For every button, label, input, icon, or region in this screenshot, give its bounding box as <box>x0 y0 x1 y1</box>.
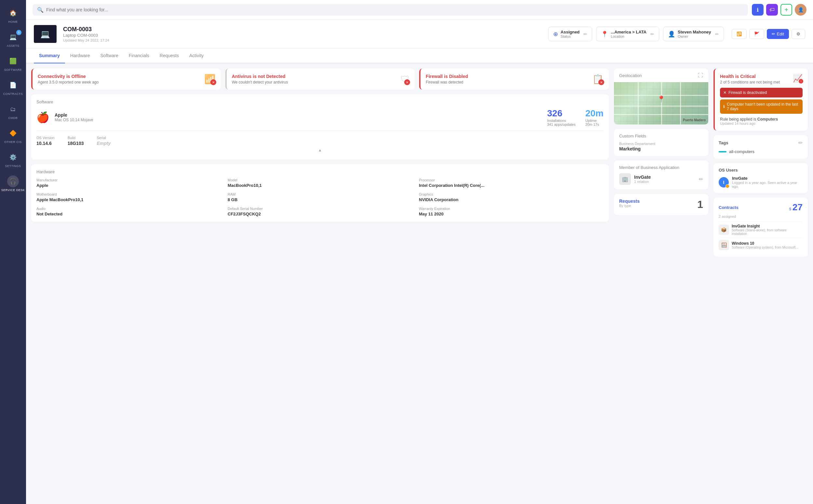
search-input[interactable] <box>46 7 743 12</box>
user-initial: 👤 <box>798 7 804 12</box>
tags-title: Tags <box>719 140 728 145</box>
hw-warranty: Warranty Expiration May 11 2020 <box>419 207 603 216</box>
tags-card: Tags ✏ all-computers <box>714 135 808 159</box>
custom-fields-title: Custom Fields <box>619 134 703 138</box>
software-title: Software <box>36 99 603 104</box>
os-users-card: OS Users I InvGate Logged in a year ago.… <box>714 163 808 193</box>
hw-serial-number-val: CF2J3FSQCKQ2 <box>228 212 412 216</box>
alert-connectivity: Connectivity is Offline Agent 3.5.0 repo… <box>31 69 221 90</box>
sidebar-item-software[interactable]: 🟩 SOFTWARE <box>0 51 26 75</box>
location-badge[interactable]: 📍 ...America > LATA Location ✏ <box>596 27 659 41</box>
tags-edit-icon[interactable]: ✏ <box>798 140 803 146</box>
tab-software[interactable]: Software <box>95 48 123 63</box>
notifications-button[interactable]: ℹ <box>752 4 764 16</box>
status-icon: ⊕ <box>553 31 558 38</box>
geolocation-card: Geolocation ⛶ 📍 Puerto Madero <box>614 69 708 124</box>
expand-icon[interactable]: ⛶ <box>698 72 703 78</box>
software-collapse-btn[interactable]: ▲ <box>36 146 603 154</box>
contracts-currency: $ <box>789 207 791 211</box>
health-alert-firewall-icon: ✕ <box>723 90 727 95</box>
hw-graphics: Graphics NVIDIA Corporation <box>419 192 603 202</box>
requests-header: Requests By type 1 <box>619 199 703 211</box>
contract-name-0: InvGate Insight <box>732 224 803 228</box>
software-card: Software 🍎 Apple Mac OS 10.14 Mojave 326… <box>31 94 609 160</box>
health-alert-update-icon: ℹ <box>723 104 725 109</box>
user-detail: Logged in a year ago. Seen active a year… <box>732 181 803 188</box>
alert-firewall-text: Firewall is Disabled Firewall was detect… <box>426 74 468 84</box>
assets-badge: 5 <box>16 30 21 35</box>
biz-app-info: InvGate 1 relation <box>634 174 651 184</box>
hw-ram-val: 8 GB <box>228 197 412 202</box>
installations-label: Installations <box>547 119 575 123</box>
sidebar-item-other-cis[interactable]: 🔶 OTHER CIs <box>0 123 26 148</box>
geo-title: Geolocation <box>619 73 642 78</box>
uptime-stat: 20m Uptime 20m 17s <box>585 108 603 126</box>
hardware-card: Hardware Manufacturer Apple Model MacBoo… <box>31 164 609 222</box>
tab-financials[interactable]: Financials <box>123 48 154 63</box>
health-icon-wrap: 📈 ! <box>793 74 803 83</box>
status-sub: Status <box>561 34 580 38</box>
contract-info-0: InvGate Insight Software (Stand-alone), … <box>732 224 803 236</box>
status-text: Assigned Status <box>561 30 580 38</box>
settings-button[interactable]: ⚙ <box>792 29 805 39</box>
alert-connectivity-title: Connectivity is Offline <box>38 74 98 79</box>
sidebar-item-settings[interactable]: ⚙️ SETTINGS <box>0 148 26 172</box>
biz-app-edit-icon[interactable]: ✏ <box>699 176 703 182</box>
sidebar-item-cmdb[interactable]: 🗂 CMDB <box>0 99 26 123</box>
contracts-num: 27 <box>793 202 803 213</box>
tags-header: Tags ✏ <box>719 140 803 146</box>
edit-icon: ✏ <box>772 32 775 36</box>
user-avatar[interactable]: 👤 <box>795 4 807 16</box>
owner-edit-icon[interactable]: ✏ <box>715 32 719 37</box>
owner-badge[interactable]: 👤 Steven Mahoney Owner ✏ <box>663 27 724 41</box>
plus-icon: + <box>784 6 788 14</box>
edit-button[interactable]: ✏ Edit <box>767 29 789 39</box>
contract-detail-0: Software (Stand-alone), from software in… <box>732 228 803 236</box>
add-button[interactable]: + <box>781 4 792 16</box>
search-icon: 🔍 <box>37 7 44 13</box>
location-edit-icon[interactable]: ✏ <box>651 32 654 37</box>
user-clock-icon <box>726 184 729 188</box>
owner-sub: Owner <box>678 34 711 38</box>
sidebar-label-service-desk: SERVICE DESK <box>1 188 25 192</box>
right-column: Health is Critical 2 of 5 conditions are… <box>714 69 808 499</box>
hw-model-val: MacBookPro10,1 <box>228 183 412 188</box>
tag-item: all-computers <box>719 149 803 154</box>
tags-button[interactable]: 🏷 <box>766 4 778 16</box>
custom-fields-card: Custom Fields Business Departament Marke… <box>614 129 708 156</box>
status-badge[interactable]: ⊕ Assigned Status ✏ <box>548 27 592 41</box>
requests-info: Requests By type <box>619 199 640 208</box>
hw-model: Model MacBookPro10,1 <box>228 178 412 188</box>
sidebar: 🏠 HOME 💻 5 ASSETS 🟩 SOFTWARE 📄 CONTRACTS… <box>0 0 26 504</box>
asset-id: COM-0003 <box>63 26 109 33</box>
status-edit-icon[interactable]: ✏ <box>583 32 587 37</box>
sidebar-item-contracts[interactable]: 📄 CONTRACTS <box>0 75 26 99</box>
flag-button[interactable]: 🚩 <box>749 29 764 39</box>
tab-summary[interactable]: Summary <box>34 48 65 63</box>
header-actions: 🔁 🚩 ✏ Edit ⚙ <box>732 29 805 39</box>
health-rule-name: Computers <box>757 117 778 122</box>
cmdb-icon: 🗂 <box>7 103 19 115</box>
tabs-bar: Summary Hardware Software Financials Req… <box>26 48 813 63</box>
hardware-grid: Manufacturer Apple Model MacBookPro10,1 … <box>36 178 603 216</box>
sidebar-item-home[interactable]: 🏠 HOME <box>0 3 26 27</box>
sidebar-label-software: SOFTWARE <box>4 68 22 71</box>
tab-requests[interactable]: Requests <box>154 48 184 63</box>
contracts-title[interactable]: Contracts <box>719 205 739 210</box>
location-icon: 📍 <box>601 31 608 38</box>
department-val: Marketing <box>619 146 703 151</box>
asset-meta: ⊕ Assigned Status ✏ 📍 ...America > LATA … <box>548 27 805 41</box>
clone-button[interactable]: 🔁 <box>732 29 747 39</box>
tab-hardware[interactable]: Hardware <box>65 48 95 63</box>
asset-header: 💻 COM-0003 Laptop COM-0003 Updated May 2… <box>26 20 813 48</box>
tab-activity[interactable]: Activity <box>184 48 209 63</box>
sidebar-item-service-desk[interactable]: 🎧 SERVICE DESK <box>0 172 26 196</box>
uptime-label: Uptime <box>585 119 603 123</box>
sidebar-label-settings: SETTINGS <box>5 164 21 168</box>
contract-name-1: Windows 10 <box>732 241 798 246</box>
health-desc: 2 of 5 conditions are not being met <box>720 80 780 84</box>
sidebar-item-assets[interactable]: 💻 5 ASSETS <box>0 27 26 51</box>
search-container[interactable]: 🔍 <box>32 4 748 16</box>
sidebar-label-contracts: CONTRACTS <box>3 92 23 96</box>
contracts-header: Contracts $ 27 <box>719 202 803 213</box>
